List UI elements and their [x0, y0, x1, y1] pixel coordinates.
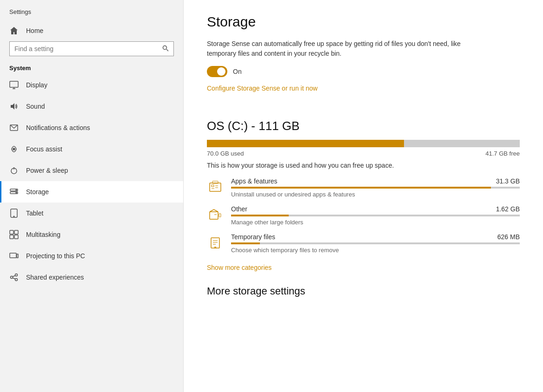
tablet-icon [9, 209, 19, 218]
home-label: Home [26, 27, 43, 34]
apps-sub: Uninstall unused or undesired apps & fea… [231, 191, 355, 198]
sidebar-item-power[interactable]: Power & sleep [0, 160, 183, 181]
svg-rect-35 [219, 214, 221, 217]
temp-content: Temporary files 626 MB Choose which temp… [231, 233, 520, 254]
temp-size: 626 MB [497, 233, 520, 241]
temp-header: Temporary files 626 MB [231, 233, 520, 241]
storage-item-apps[interactable]: Apps & features 31.3 GB Uninstall unused… [207, 177, 520, 198]
search-container [9, 41, 174, 56]
storage-bar [207, 140, 520, 147]
svg-rect-17 [14, 230, 18, 234]
page-title: Storage [207, 14, 520, 30]
svg-rect-28 [212, 185, 214, 187]
other-name: Other [231, 205, 247, 213]
apps-size: 31.3 GB [496, 177, 520, 185]
storage-icon [9, 187, 19, 196]
sidebar-item-tablet[interactable]: Tablet [0, 203, 183, 224]
storage-sense-toggle[interactable] [207, 66, 227, 77]
sidebar-item-sound[interactable]: Sound [0, 96, 183, 117]
display-icon [9, 80, 19, 90]
svg-line-26 [13, 278, 15, 279]
system-label: System [0, 61, 183, 74]
power-icon [9, 166, 19, 175]
apps-icon [207, 178, 224, 195]
multitasking-label: Multitasking [26, 231, 60, 238]
svg-rect-33 [210, 212, 218, 219]
display-label: Display [26, 81, 47, 89]
storage-bar-container [207, 140, 520, 147]
sidebar-item-shared[interactable]: Shared experiences [0, 267, 183, 288]
other-header: Other 1.62 GB [231, 205, 520, 213]
apps-header: Apps & features 31.3 GB [231, 177, 520, 185]
storage-item-other[interactable]: Other 1.62 GB Manage other large folders [207, 205, 520, 226]
storage-bar-free [404, 140, 520, 147]
sidebar-item-focus[interactable]: Focus assist [0, 138, 183, 160]
svg-rect-19 [14, 235, 18, 239]
svg-point-13 [16, 192, 17, 193]
notifications-label: Notifications & actions [26, 124, 90, 131]
sidebar-item-notifications[interactable]: Notifications & actions [0, 117, 183, 138]
sound-label: Sound [26, 103, 45, 110]
svg-rect-36 [211, 238, 219, 248]
storage-free-label: 41.7 GB free [485, 150, 520, 157]
svg-rect-16 [10, 230, 13, 234]
apps-bar-fill [231, 187, 491, 189]
shared-icon [9, 273, 19, 282]
other-content: Other 1.62 GB Manage other large folders [231, 205, 520, 226]
toggle-track[interactable] [207, 66, 227, 77]
search-button[interactable] [158, 42, 173, 56]
drive-title: OS (C:) - 111 GB [207, 119, 520, 133]
storage-item-temp[interactable]: Temporary files 626 MB Choose which temp… [207, 233, 520, 254]
temp-sub: Choose which temporary files to remove [231, 247, 339, 254]
svg-rect-21 [17, 254, 18, 258]
sidebar-item-projecting[interactable]: Projecting to this PC [0, 245, 183, 267]
multitasking-icon [9, 230, 19, 239]
apps-bar [231, 187, 520, 189]
tablet-label: Tablet [26, 209, 43, 217]
sidebar-item-home[interactable]: Home [0, 20, 183, 41]
more-storage-title: More storage settings [207, 285, 520, 297]
power-label: Power & sleep [26, 167, 68, 174]
temp-bar [231, 242, 520, 244]
show-more-link[interactable]: Show more categories [207, 264, 272, 271]
svg-line-25 [13, 275, 15, 277]
svg-point-12 [16, 189, 17, 190]
svg-point-0 [163, 46, 167, 49]
sidebar-item-storage[interactable]: Storage [0, 181, 183, 203]
projecting-icon [9, 251, 19, 261]
svg-point-22 [11, 276, 13, 279]
configure-link[interactable]: Configure Storage Sense or run it now [207, 85, 318, 92]
storage-description: Storage Sense can automatically free up … [207, 39, 467, 59]
focus-icon [9, 144, 19, 154]
sidebar: Settings Home System [0, 0, 184, 392]
apps-name: Apps & features [231, 177, 278, 185]
other-size: 1.62 GB [496, 205, 520, 213]
svg-point-7 [13, 148, 15, 150]
svg-rect-18 [10, 235, 13, 239]
nav-list: Display Sound Notifications & actions [0, 74, 183, 288]
sidebar-item-multitasking[interactable]: Multitasking [0, 224, 183, 245]
svg-rect-2 [10, 81, 18, 87]
svg-point-23 [15, 274, 18, 276]
svg-rect-27 [210, 183, 221, 191]
apps-content: Apps & features 31.3 GB Uninstall unused… [231, 177, 520, 198]
search-input[interactable] [10, 42, 158, 56]
temp-name: Temporary files [231, 233, 275, 241]
toggle-thumb [217, 67, 225, 76]
app-title: Settings [0, 0, 183, 20]
other-bar-fill [231, 215, 289, 216]
storage-used-label: 70.0 GB used [207, 150, 244, 157]
notifications-icon [9, 123, 19, 132]
sidebar-item-display[interactable]: Display [0, 74, 183, 96]
toggle-label: On [233, 68, 242, 75]
temp-icon [207, 234, 224, 251]
drive-section: OS (C:) - 111 GB 70.0 GB used 41.7 GB fr… [207, 119, 520, 297]
focus-label: Focus assist [26, 145, 62, 153]
svg-marker-5 [11, 103, 14, 110]
other-bar [231, 215, 520, 216]
svg-point-15 [13, 216, 14, 217]
home-icon [9, 26, 19, 35]
storage-label: Storage [26, 188, 49, 196]
projecting-label: Projecting to this PC [26, 252, 85, 260]
main-content: Storage Storage Sense can automatically … [184, 0, 543, 392]
